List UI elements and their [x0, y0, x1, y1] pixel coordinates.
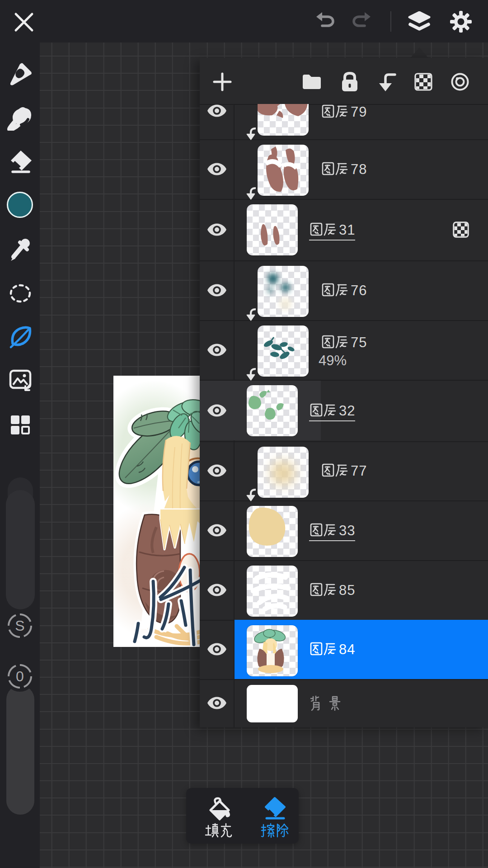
- svg-text:S: S: [15, 618, 24, 634]
- svg-text:0: 0: [16, 668, 24, 684]
